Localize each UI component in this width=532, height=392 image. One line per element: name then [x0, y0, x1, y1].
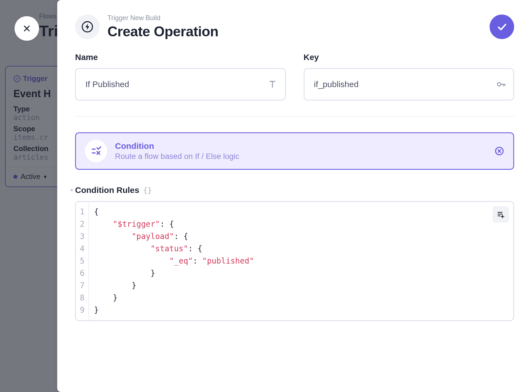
text-format-icon[interactable]	[267, 79, 277, 89]
confirm-button[interactable]	[490, 15, 514, 39]
code-gutter: 123456789	[76, 202, 89, 320]
drawer-header: Trigger New Build Create Operation	[75, 14, 514, 40]
section-divider	[75, 116, 514, 117]
bolt-circle-icon	[81, 21, 94, 33]
key-label: Key	[304, 52, 514, 62]
deselect-operation-button[interactable]	[494, 146, 504, 156]
condition-rules-editor[interactable]: 123456789 { "$trigger": { "payload": { "…	[75, 201, 514, 321]
name-input[interactable]	[75, 68, 286, 101]
rule-icon	[90, 145, 102, 157]
key-input[interactable]	[304, 68, 514, 101]
svg-point-4	[497, 83, 501, 86]
cancel-circle-icon	[494, 146, 504, 156]
playlist-add-icon	[497, 210, 505, 219]
close-button[interactable]	[15, 16, 39, 41]
key-icon[interactable]	[496, 79, 506, 89]
name-label: Name	[75, 52, 286, 62]
operation-type-title: Condition	[115, 141, 239, 151]
required-dot-icon	[71, 189, 73, 191]
code-content[interactable]: { "$trigger": { "payload": { "status": {…	[89, 202, 259, 320]
operation-type-card[interactable]: Condition Route a flow based on If / Els…	[75, 132, 514, 170]
drawer-breadcrumb: Trigger New Build	[107, 14, 219, 22]
condition-icon	[85, 140, 107, 162]
code-add-button[interactable]	[493, 206, 509, 223]
condition-rules-label: Condition Rules {}	[75, 185, 514, 195]
drawer-title: Create Operation	[107, 23, 219, 40]
operation-type-desc: Route a flow based on If / Else logic	[115, 152, 239, 161]
check-icon	[496, 21, 507, 32]
braces-icon: {}	[143, 186, 152, 194]
close-icon	[22, 24, 32, 33]
operation-drawer: Trigger New Build Create Operation Name	[57, 0, 532, 392]
operation-icon-circle	[75, 15, 100, 39]
rules-label-text: Condition Rules	[75, 185, 139, 195]
